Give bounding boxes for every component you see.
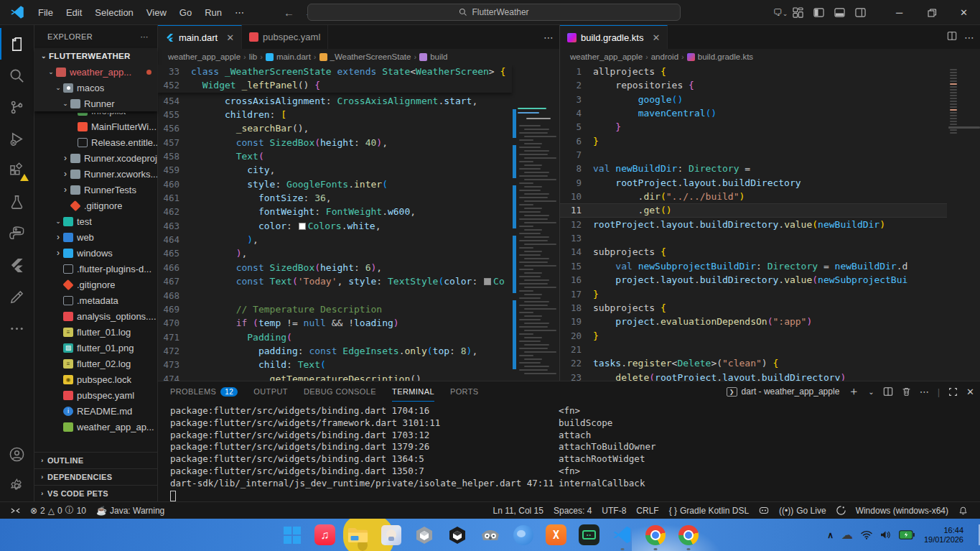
- tree-item-weather_app_ap...[interactable]: weather_app_ap...: [34, 419, 157, 435]
- code-line-6[interactable]: 6}: [560, 134, 947, 148]
- tab-close-icon[interactable]: ✕: [652, 32, 660, 43]
- code-line-5[interactable]: 5 }: [560, 120, 947, 134]
- tab-main.dart[interactable]: main.dart✕: [158, 25, 242, 49]
- tree-item-.gitignore[interactable]: .gitignore: [34, 198, 157, 213]
- tree-item-weather_app...[interactable]: ⌄weather_app...: [34, 64, 157, 80]
- activity-pencil-icon[interactable]: [0, 281, 34, 312]
- code-line-19[interactable]: 19 project.evaluationDependsOn(":app"): [560, 315, 947, 328]
- minimize-button[interactable]: ─: [883, 0, 915, 25]
- tab-build.gradle.kts[interactable]: build.gradle.kts✕: [560, 25, 668, 49]
- code-line-7[interactable]: 7: [560, 148, 947, 162]
- taskbar-chrome-icon[interactable]: [644, 524, 666, 546]
- split-terminal-icon[interactable]: [883, 386, 893, 397]
- taskbar-windows-start-icon[interactable]: [281, 524, 303, 546]
- breadcrumb-item[interactable]: weather_app_apple: [570, 52, 643, 61]
- activity-account-icon[interactable]: [0, 438, 34, 470]
- code-line-13[interactable]: 13: [560, 231, 947, 245]
- tab-close-icon[interactable]: ✕: [226, 32, 234, 43]
- kill-terminal-icon[interactable]: [902, 386, 911, 397]
- menu-selection[interactable]: Selection: [88, 0, 139, 25]
- copilot-icon[interactable]: 🗨⌄: [768, 7, 793, 18]
- code-line-467[interactable]: 467 const Text('Today', style: TextStyle…: [158, 274, 512, 288]
- panel-tab-output[interactable]: OUTPUT: [253, 381, 288, 402]
- code-line-452[interactable]: 452 Widget _leftPanel() {: [158, 78, 512, 92]
- scrollbar-thumb[interactable]: [948, 126, 980, 129]
- code-line-473[interactable]: 473 child: Text(: [158, 358, 512, 371]
- code-line-21[interactable]: 21: [560, 343, 947, 356]
- breadcrumb-item[interactable]: lib: [249, 52, 258, 61]
- breadcrumb-item[interactable]: build.gradle.kts: [698, 52, 753, 61]
- code-line-463[interactable]: 463 color: Colors.white,: [158, 219, 512, 233]
- panel-more-icon[interactable]: ⋯: [920, 386, 929, 397]
- taskbar-blue-app-icon[interactable]: [512, 524, 534, 546]
- code-line-466[interactable]: 466 const SizedBox(height: 6),: [158, 261, 512, 274]
- code-line-462[interactable]: 462 fontWeight: FontWeight.w600,: [158, 205, 512, 218]
- tree-item-Runner[interactable]: ⌄Runner: [34, 96, 157, 111]
- tree-item-windows[interactable]: ›windows: [34, 245, 157, 261]
- tree-item-analysis_options....[interactable]: analysis_options....: [34, 308, 157, 324]
- tree-item-Runner.xcworks...[interactable]: ›Runner.xcworks...: [34, 166, 157, 182]
- tree-item-flutter_02.log[interactable]: ≡flutter_02.log: [34, 356, 157, 371]
- volume-icon[interactable]: [880, 530, 891, 540]
- back-arrow-icon[interactable]: ←: [284, 6, 294, 19]
- code-line-1[interactable]: 1allprojects {: [560, 65, 947, 78]
- go-live-button[interactable]: ((•)) Go Live: [774, 502, 831, 519]
- tree-item-macos[interactable]: ⌄macos: [34, 80, 157, 96]
- extension-status-icon[interactable]: [831, 502, 851, 519]
- taskbar-screen-app-icon[interactable]: ••: [578, 524, 600, 546]
- java-status[interactable]: ☕ Java: Warning: [91, 502, 169, 519]
- taskbar-music-app-icon[interactable]: ♫: [314, 524, 336, 546]
- menu-go[interactable]: Go: [173, 0, 198, 25]
- editor-main-dart[interactable]: 33class _WeatherScreenState extends Stat…: [158, 65, 559, 381]
- code-line-10[interactable]: 10 .dir("../../build"): [560, 190, 947, 203]
- terminal-output[interactable]: package:flutter/src/widgets/binding.dart…: [158, 402, 980, 501]
- restore-button[interactable]: [915, 0, 948, 25]
- code-line-454[interactable]: 454 crossAxisAlignment: CrossAxisAlignme…: [158, 94, 512, 108]
- code-line-460[interactable]: 460 style: GoogleFonts.inter(: [158, 177, 512, 191]
- terminal-instance-chip[interactable]: ❯ dart - weather_app_apple: [727, 386, 840, 397]
- editor-more-icon[interactable]: ⋯: [964, 32, 974, 43]
- section-dependencies[interactable]: ›DEPENDENCIES: [34, 468, 157, 485]
- breadcrumb-item[interactable]: build: [430, 52, 447, 61]
- code-line-455[interactable]: 455 children: [: [158, 108, 512, 121]
- code-line-472[interactable]: 472 padding: const EdgeInsets.only(top: …: [158, 344, 512, 358]
- terminal-dropdown-icon[interactable]: ⌄: [868, 388, 874, 396]
- code-line-20[interactable]: 20}: [560, 329, 947, 343]
- code-line-457[interactable]: 457 const SizedBox(height: 40),: [158, 136, 512, 149]
- breadcrumb-right[interactable]: weather_app_apple›android›build.gradle.k…: [560, 49, 980, 65]
- breadcrumb-item[interactable]: _WeatherScreenState: [330, 52, 411, 61]
- code-line-14[interactable]: 14subprojects {: [560, 245, 947, 259]
- tree-item-pubspec.lock[interactable]: ◉pubspec.lock: [34, 371, 157, 387]
- tree-item-test[interactable]: ⌄test: [34, 213, 157, 229]
- breadcrumb-item[interactable]: android: [651, 52, 678, 61]
- code-line-468[interactable]: 468: [158, 289, 512, 302]
- close-window-button[interactable]: ✕: [948, 0, 980, 25]
- taskbar-unity-gray-icon[interactable]: [413, 524, 435, 546]
- new-terminal-button[interactable]: ＋: [848, 384, 859, 399]
- tree-item-Info.plist[interactable]: ‹›Info.plist: [34, 113, 157, 119]
- tree-item-RunnerTests[interactable]: ›RunnerTests: [34, 182, 157, 198]
- editor-more-icon[interactable]: ⋯: [543, 32, 554, 43]
- code-line-458[interactable]: 458 Text(: [158, 149, 512, 163]
- tray-chevron-icon[interactable]: ∧: [827, 530, 834, 540]
- tree-item-FLUTTERWEATHER[interactable]: ⌄FLUTTERWEATHER: [34, 48, 157, 64]
- code-line-9[interactable]: 9 rootProject.layout.buildDirectory: [560, 176, 947, 190]
- code-line-464[interactable]: 464 ),: [158, 233, 512, 246]
- taskbar-chrome-icon[interactable]: [677, 524, 699, 546]
- code-line-465[interactable]: 465 ),: [158, 246, 512, 260]
- panel-tab-ports[interactable]: PORTS: [450, 381, 479, 402]
- code-line-16[interactable]: 16 project.layout.buildDirectory.value(n…: [560, 273, 947, 287]
- wifi-icon[interactable]: [861, 530, 872, 540]
- code-line-471[interactable]: 471 Padding(: [158, 330, 512, 344]
- code-line-8[interactable]: 8val newBuildDir: Directory =: [560, 162, 947, 175]
- code-line-15[interactable]: 15 val newSubprojectBuildDir: Directory …: [560, 259, 947, 273]
- code-line-4[interactable]: 4 mavenCentral(): [560, 106, 947, 120]
- code-line-470[interactable]: 470 if (temp != null && !loading): [158, 316, 512, 330]
- tree-item-.metadata[interactable]: .metadata: [34, 292, 157, 308]
- explorer-more-icon[interactable]: ⋯: [141, 32, 149, 42]
- code-line-2[interactable]: 2 repositories {: [560, 78, 947, 92]
- minimap-left[interactable]: [512, 65, 559, 381]
- tree-item-.flutter-plugins-d...[interactable]: .flutter-plugins-d...: [34, 261, 157, 277]
- activity-flutter-icon[interactable]: [0, 249, 34, 281]
- section-vs-code-pets[interactable]: ›VS CODE PETS: [34, 485, 157, 501]
